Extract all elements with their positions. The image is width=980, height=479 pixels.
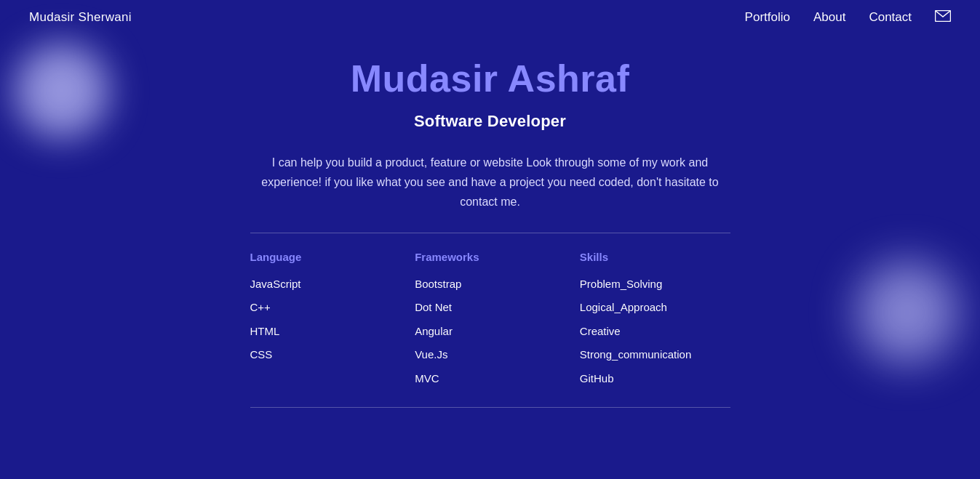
hero-title: Software Developer — [414, 112, 566, 131]
skills-col-language: Language JavaScript C++ HTML CSS — [250, 251, 401, 395]
skills-col-frameworks: Frameworks Bootstrap Dot Net Angular Vue… — [415, 251, 565, 395]
divider-top — [250, 233, 730, 233]
nav-brand: Mudasir Sherwani — [29, 10, 132, 25]
skill-item-mvc: MVC — [415, 371, 565, 387]
nav-links: Portfolio About Contact — [745, 10, 951, 25]
skill-item-problem-solving: Problem_Solving — [580, 276, 730, 293]
hero-description: I can help you build a product, feature … — [258, 153, 723, 212]
divider-bottom — [250, 407, 730, 408]
skill-item-logical-approach: Logical_Approach — [580, 299, 730, 316]
col-header-frameworks: Frameworks — [415, 251, 565, 263]
navbar: Mudasir Sherwani Portfolio About Contact — [0, 0, 980, 35]
hero-name: Mudasir Ashraf — [351, 57, 630, 100]
skill-item-javascript: JavaScript — [250, 276, 401, 293]
skills-columns: Language JavaScript C++ HTML CSS Framewo… — [250, 251, 730, 395]
skill-item-strong-communication: Strong_communication — [580, 347, 730, 363]
skill-item-github: GitHub — [580, 371, 730, 387]
email-icon[interactable] — [935, 10, 951, 25]
skill-item-vuejs: Vue.Js — [415, 347, 565, 363]
nav-link-contact[interactable]: Contact — [869, 10, 912, 25]
skill-item-cpp: C++ — [250, 299, 401, 316]
skill-item-dotnet: Dot Net — [415, 299, 565, 316]
skill-item-bootstrap: Bootstrap — [415, 276, 565, 293]
skill-item-angular: Angular — [415, 323, 565, 340]
skill-item-html: HTML — [250, 323, 401, 340]
nav-link-about[interactable]: About — [813, 10, 845, 25]
nav-link-portfolio[interactable]: Portfolio — [745, 10, 790, 25]
skill-item-creative: Creative — [580, 323, 730, 340]
main-content: Mudasir Ashraf Software Developer I can … — [0, 35, 980, 408]
col-header-language: Language — [250, 251, 401, 263]
skill-item-css: CSS — [250, 347, 401, 363]
skills-section: Language JavaScript C++ HTML CSS Framewo… — [250, 251, 730, 395]
col-header-skills: Skills — [580, 251, 730, 263]
skills-col-skills: Skills Problem_Solving Logical_Approach … — [580, 251, 730, 395]
